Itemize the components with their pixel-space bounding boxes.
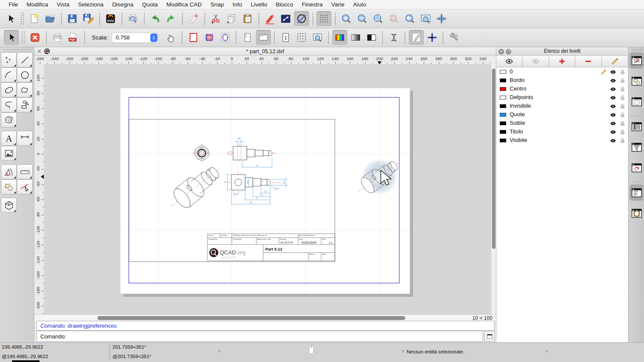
panel-filter-icon[interactable] [629,139,644,155]
layer-row-invisibile[interactable]: Invisibile [496,102,628,111]
color-full-icon[interactable] [332,30,347,45]
zoom-in-icon[interactable] [339,11,354,26]
toolbar-drag-handle[interactable] [20,12,24,26]
sheet-settings-icon[interactable] [409,30,424,45]
layer-visibility-icon[interactable] [610,86,617,93]
scale-entity-icon[interactable] [278,11,293,26]
layer-row-visibile[interactable]: Visibile [496,136,628,145]
vertical-scrollbar-thumb[interactable] [492,69,495,249]
print-icon[interactable] [50,30,65,45]
selection-arrow-icon[interactable] [3,11,18,26]
menu-item-livello[interactable]: Livello [246,0,271,9]
zoom-auto-icon[interactable] [371,11,386,26]
menu-item-modifica[interactable]: Modifica [22,0,52,9]
command-input[interactable] [70,332,483,341]
layer-lock-icon[interactable] [619,120,626,127]
layer-visibility-icon[interactable] [610,69,617,75]
page-single-icon[interactable]: 1 [278,30,293,45]
tool-drafting-tools[interactable] [1,164,17,179]
menu-item-aiuto[interactable]: Aiuto [349,0,371,9]
save-icon[interactable] [65,11,80,26]
zoom-pan-icon[interactable] [434,11,449,26]
open-file-icon[interactable] [43,11,58,26]
spacing-icon[interactable] [386,30,401,45]
layer-row-titolo[interactable]: Titolo [496,128,628,136]
layer-visibility-icon[interactable] [610,94,617,101]
layer-lock-icon[interactable] [619,69,626,75]
zoom-window-icon[interactable] [418,11,433,26]
panel-selection-icon[interactable] [629,160,644,176]
menu-item-finestra[interactable]: Finestra [298,0,327,9]
page-portrait-icon[interactable] [240,30,255,45]
save-as-icon[interactable] [81,11,96,26]
scale-stepper-icon[interactable]: ▲▼ [150,33,158,42]
layer-visibility-icon[interactable] [610,77,617,84]
pdf-export-icon[interactable]: PDF [66,30,81,45]
scale-combobox[interactable]: 0.758 ▲▼ [112,33,159,43]
add-layer-button[interactable] [549,56,575,67]
layer-visibility-icon[interactable] [610,129,617,136]
app-preferences-icon[interactable] [447,30,462,45]
show-all-layers-button[interactable] [496,56,522,67]
tool-points[interactable] [1,52,17,67]
edit-entity-icon[interactable] [262,11,277,26]
color-gray-icon[interactable] [348,30,363,45]
layer-color-swatch[interactable] [500,87,506,91]
panel-properties-icon[interactable] [629,118,644,135]
panel-blocks-icon[interactable] [629,73,644,89]
layer-visibility-icon[interactable] [610,120,617,127]
margins-icon[interactable] [218,30,233,45]
tool-text[interactable]: A [1,131,17,146]
new-file-icon[interactable] [27,11,42,26]
tool-spline[interactable] [17,82,33,97]
strip-drag-handle[interactable] [631,49,642,51]
layer-lock-icon[interactable] [619,137,626,144]
tool-arc[interactable] [1,67,17,82]
layer-lock-icon[interactable] [619,103,626,110]
menu-item-info[interactable]: Info [228,0,247,9]
layer-color-swatch[interactable] [500,130,506,134]
break-out-icon[interactable] [294,11,309,26]
selection-arrow-icon[interactable] [4,30,19,45]
pan-hand-icon[interactable] [164,30,179,45]
undo-icon[interactable] [148,11,163,26]
pages-multi-icon[interactable] [294,30,309,45]
page-border-icon[interactable] [186,30,201,45]
redo-icon[interactable] [164,11,179,26]
tool-polyline[interactable] [1,97,17,112]
tool-shapes[interactable] [17,97,33,112]
tool-line[interactable] [17,52,33,67]
horizontal-scrollbar[interactable] [35,315,465,321]
panel-clipboard-icon[interactable] [629,205,644,221]
menu-item-snap[interactable]: Snap [206,0,228,9]
menu-item-modifica-cad[interactable]: Modifica CAD [162,0,206,9]
menu-item-seleziona[interactable]: Seleziona [74,0,108,9]
edit-layer-button[interactable] [602,56,628,67]
menu-item-file[interactable]: File [4,0,22,9]
hide-all-layers-button[interactable] [522,56,549,67]
layer-color-swatch[interactable] [500,104,506,108]
layer-visibility-icon[interactable] [610,103,617,110]
panel-library-icon[interactable] [629,94,644,110]
color-bw-icon[interactable] [364,30,379,45]
remove-layer-button[interactable] [575,56,601,67]
zoom-previous-icon[interactable] [402,11,417,26]
paper-grid-icon[interactable] [202,30,217,45]
drawing-canvas[interactable]: Item ref Quantity Title/Name, destinatio… [44,64,491,314]
layer-row-bordo[interactable]: Bordo [496,76,628,85]
vertical-scrollbar[interactable] [491,64,496,314]
tool-hatch[interactable] [1,112,17,127]
layer-visibility-icon[interactable] [610,112,617,118]
crosshair-icon[interactable] [425,30,440,45]
layer-row-quote[interactable]: Quote [496,111,628,119]
palette-drag-handle[interactable] [3,48,29,51]
paste-icon[interactable] [240,11,255,26]
layer-color-swatch[interactable] [500,139,506,142]
tool-circle[interactable] [17,67,33,82]
menu-item-vista[interactable]: Vista [52,0,74,9]
command-window-button[interactable] [484,331,495,341]
layer-color-swatch[interactable] [500,96,506,100]
layer-color-swatch[interactable] [500,78,506,82]
tool-block-insert[interactable] [1,179,17,194]
tool-ellipse[interactable] [1,82,17,97]
